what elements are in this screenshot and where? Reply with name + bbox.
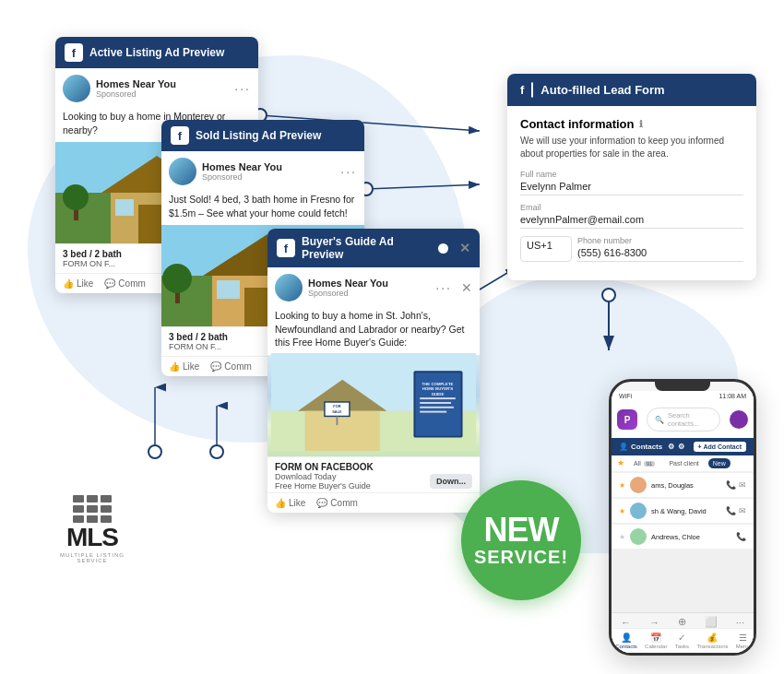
lead-form-title: Auto-filled Lead Form bbox=[540, 83, 664, 97]
svg-text:HOME BUYER'S: HOME BUYER'S bbox=[422, 387, 453, 392]
buyers-guide-dots: ··· bbox=[435, 280, 452, 295]
more-btn[interactable]: ··· bbox=[736, 617, 744, 628]
email-icon-2[interactable]: ✉ bbox=[739, 506, 746, 515]
tab-all[interactable]: All 91 bbox=[629, 458, 659, 468]
home-btn[interactable]: ⊕ bbox=[678, 616, 686, 628]
facebook-icon: f bbox=[65, 43, 83, 62]
full-name-value[interactable]: Evelynn Palmer bbox=[520, 181, 743, 195]
lead-form: f Auto-filled Lead Form Contact informat… bbox=[507, 74, 756, 280]
sold-listing-like[interactable]: 👍 Like bbox=[169, 361, 199, 372]
tab-past-client[interactable]: Past client bbox=[664, 458, 703, 468]
phone-status-bar: WiFi 11:08 AM bbox=[612, 391, 754, 401]
active-listing-page-name: Homes Near You bbox=[96, 78, 229, 89]
phone-icon-2[interactable]: 📞 bbox=[726, 506, 736, 515]
phone-top-bar: 👤 Contacts ⚙ ⚙ + Add Contact bbox=[612, 438, 754, 455]
contact-name-2: sh & Wang, David bbox=[651, 507, 721, 515]
active-listing-avatar bbox=[63, 75, 90, 102]
contact-info-title: Contact information ℹ bbox=[520, 117, 743, 131]
forward-btn[interactable]: → bbox=[649, 617, 659, 628]
contact-item-3[interactable]: ★ Andrews, Chloe 📞 bbox=[612, 525, 754, 549]
nav-transactions[interactable]: 💰 Transactions bbox=[696, 633, 728, 649]
svg-rect-43 bbox=[420, 402, 451, 404]
buyers-guide-reactions: 👍 Like 💬 Comm bbox=[267, 492, 480, 513]
email-icon-1[interactable]: ✉ bbox=[739, 480, 746, 490]
email-value[interactable]: evelynnPalmer@email.com bbox=[520, 214, 743, 229]
mls-badge: MLS MULTIPLE LISTING SERVICE bbox=[55, 495, 129, 563]
info-icon: ℹ bbox=[639, 119, 643, 129]
buyers-guide-title: Buyer's Guide Ad Preview bbox=[302, 235, 421, 261]
phone-contact-list: ★ ams, Douglas 📞 ✉ ★ sh & Wang, David 📞 … bbox=[612, 471, 754, 552]
nav-tasks[interactable]: ✓ Tasks bbox=[675, 633, 689, 649]
svg-text:FOR: FOR bbox=[333, 405, 340, 408]
country-code[interactable]: US+1 bbox=[520, 236, 572, 262]
buyers-guide-cta[interactable]: Down... bbox=[430, 474, 472, 489]
phone-tabs: ★ All 91 Past client New bbox=[612, 455, 754, 471]
active-listing-comment[interactable]: 💬 Comm bbox=[104, 278, 145, 289]
email-field: Email evelynnPalmer@email.com bbox=[520, 203, 743, 229]
buyers-guide-avatar bbox=[275, 274, 303, 302]
nav-calendar-icon: 📅 bbox=[650, 633, 661, 643]
phone-value[interactable]: (555) 616-8300 bbox=[577, 247, 743, 262]
svg-rect-44 bbox=[420, 407, 454, 408]
settings-icon[interactable]: ⚙ bbox=[678, 443, 684, 451]
buyers-guide-card: f Buyer's Guide Ad Preview ✕ Homes Near … bbox=[267, 229, 480, 513]
svg-text:GUIDE: GUIDE bbox=[432, 392, 445, 396]
active-listing-dots: ··· bbox=[234, 81, 251, 96]
contact-star-2: ★ bbox=[619, 507, 625, 515]
mls-icon bbox=[73, 495, 112, 523]
svg-rect-30 bbox=[217, 280, 240, 299]
new-service-line1: NEW bbox=[484, 514, 559, 547]
svg-point-33 bbox=[162, 264, 192, 293]
buyers-guide-meta: Homes Near You Sponsored ··· ✕ bbox=[267, 267, 480, 305]
share-btn[interactable]: ⬜ bbox=[705, 616, 718, 628]
nav-menu[interactable]: ☰ Menu bbox=[736, 633, 750, 649]
buyers-guide-image: THE COMPLETE HOME BUYER'S GUIDE FOR SALE bbox=[267, 355, 480, 456]
contact-item-1[interactable]: ★ ams, Douglas 📞 ✉ bbox=[612, 473, 754, 497]
phone-icon-1[interactable]: 📞 bbox=[726, 480, 736, 490]
buyers-guide-like[interactable]: 👍 Like bbox=[275, 498, 305, 508]
nav-transactions-icon: 💰 bbox=[707, 633, 718, 643]
app-icon: P bbox=[617, 409, 637, 430]
buyers-guide-header: f Buyer's Guide Ad Preview ✕ bbox=[267, 229, 480, 267]
phone-user-avatar bbox=[730, 410, 748, 429]
nav-contacts[interactable]: 👤 Contacts bbox=[615, 633, 637, 649]
nav-tasks-icon: ✓ bbox=[678, 633, 685, 643]
back-btn[interactable]: ← bbox=[621, 617, 631, 628]
contact-star-1: ★ bbox=[619, 481, 625, 490]
svg-point-12 bbox=[210, 445, 223, 458]
lead-form-fb-icon: f bbox=[520, 83, 524, 97]
svg-text:THE COMPLETE: THE COMPLETE bbox=[422, 382, 454, 386]
full-name-field: Full name Evelynn Palmer bbox=[520, 170, 743, 195]
active-listing-meta-text: Homes Near You Sponsored bbox=[96, 78, 229, 99]
add-contact-button[interactable]: + Add Contact bbox=[694, 442, 746, 452]
svg-rect-52 bbox=[336, 417, 338, 426]
nav-calendar[interactable]: 📅 Calendar bbox=[645, 633, 667, 649]
mls-subtext: MULTIPLE LISTING SERVICE bbox=[55, 552, 129, 563]
sold-listing-comment[interactable]: 💬 Comm bbox=[210, 361, 251, 372]
sold-listing-page-name: Homes Near You bbox=[202, 161, 335, 172]
active-listing-header: f Active Listing Ad Preview bbox=[55, 37, 258, 68]
buyers-guide-x[interactable]: ✕ bbox=[461, 280, 472, 295]
buyers-guide-meta-text: Homes Near You Sponsored bbox=[308, 278, 430, 298]
mls-text: MLS bbox=[66, 523, 118, 552]
svg-text:SALE: SALE bbox=[332, 410, 342, 414]
active-listing-meta: Homes Near You Sponsored ··· bbox=[55, 68, 258, 106]
contacts-icon: 👤 bbox=[619, 443, 628, 451]
phone-search-bar[interactable]: 🔍 Search contacts... bbox=[647, 408, 720, 432]
phone-notch bbox=[655, 382, 710, 391]
buyers-guide-comment[interactable]: 💬 Comm bbox=[316, 498, 357, 508]
phone-icon-3[interactable]: 📞 bbox=[736, 532, 746, 541]
phone-label: Phone number bbox=[577, 236, 743, 245]
contact-avatar-3 bbox=[630, 528, 647, 545]
new-service-badge: NEW SERVICE! bbox=[461, 480, 581, 600]
sold-listing-meta: Homes Near You Sponsored ··· bbox=[161, 151, 364, 189]
tab-new[interactable]: New bbox=[708, 458, 731, 468]
active-listing-like[interactable]: 👍 Like bbox=[63, 278, 93, 289]
buyers-guide-sponsored: Sponsored bbox=[308, 289, 430, 298]
contact-item-2[interactable]: ★ sh & Wang, David 📞 ✉ bbox=[612, 499, 754, 523]
buyers-guide-close[interactable]: ✕ bbox=[459, 241, 470, 255]
gear-icon[interactable]: ⚙ bbox=[668, 443, 674, 451]
svg-rect-19 bbox=[115, 199, 134, 216]
lead-form-ig-icon bbox=[531, 83, 533, 97]
svg-rect-45 bbox=[420, 411, 446, 413]
